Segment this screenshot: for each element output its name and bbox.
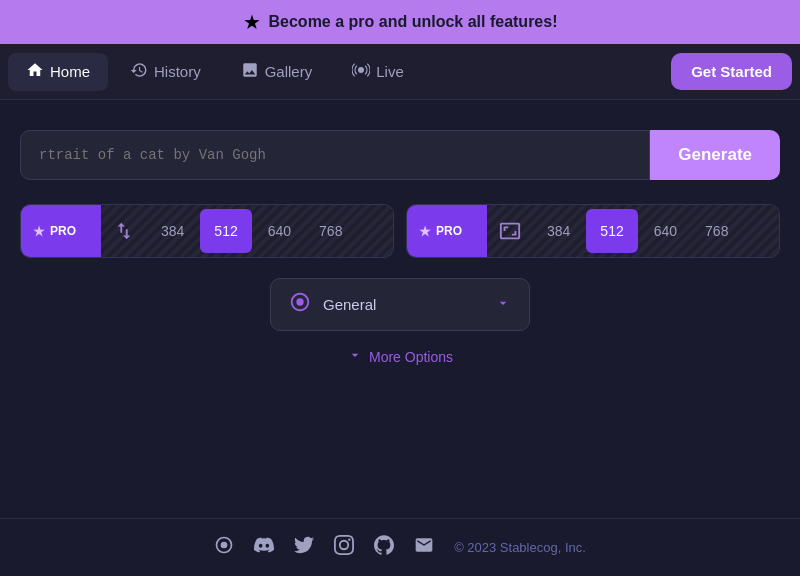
instagram-icon[interactable] bbox=[334, 535, 354, 560]
size-row-inner-2: 384 512 640 768 bbox=[487, 205, 779, 257]
generate-button[interactable]: Generate bbox=[650, 130, 780, 180]
svg-point-1 bbox=[296, 298, 303, 305]
size-btn-384-2[interactable]: 384 bbox=[533, 205, 584, 257]
prompt-input[interactable] bbox=[20, 130, 650, 180]
discord-icon[interactable] bbox=[254, 535, 274, 560]
copyright-text: © 2023 Stablecog, Inc. bbox=[454, 540, 586, 555]
size-row-1: ★ PRO 384 512 640 768 bbox=[20, 204, 394, 258]
chevron-down-more-icon bbox=[347, 347, 363, 366]
pro-label-1: PRO bbox=[50, 224, 76, 238]
chevron-down-icon bbox=[495, 295, 511, 314]
promo-text: Become a pro and unlock all features! bbox=[269, 13, 558, 31]
nav-label-live: Live bbox=[376, 63, 404, 80]
size-btn-512-1[interactable]: 512 bbox=[200, 209, 251, 253]
gallery-icon bbox=[241, 61, 259, 83]
svg-point-0 bbox=[358, 67, 364, 73]
promo-banner[interactable]: ★ Become a pro and unlock all features! bbox=[0, 0, 800, 44]
size-btn-768-2[interactable]: 768 bbox=[691, 205, 742, 257]
mail-icon[interactable] bbox=[414, 535, 434, 560]
history-icon bbox=[130, 61, 148, 83]
star-icon: ★ bbox=[243, 10, 261, 34]
model-label: General bbox=[323, 296, 483, 313]
pro-label-2: PRO bbox=[436, 224, 462, 238]
pro-badge-2: ★ PRO bbox=[407, 205, 487, 257]
nav-item-home[interactable]: Home bbox=[8, 53, 108, 91]
swap-icon bbox=[113, 220, 135, 242]
nav-item-history[interactable]: History bbox=[112, 53, 219, 91]
twitter-icon[interactable] bbox=[294, 535, 314, 560]
model-svg-icon bbox=[289, 291, 311, 313]
nav-item-live[interactable]: Live bbox=[334, 53, 422, 91]
live-icon bbox=[352, 61, 370, 83]
size-row-inner-1: 384 512 640 768 bbox=[101, 205, 393, 257]
size-btn-640-2[interactable]: 640 bbox=[640, 205, 691, 257]
github-icon[interactable] bbox=[374, 535, 394, 560]
prompt-container: Generate bbox=[20, 130, 780, 180]
stablecog-icon[interactable] bbox=[214, 535, 234, 560]
main-content: Generate ★ PRO 384 512 640 768 bbox=[0, 100, 800, 416]
size-btn-768-1[interactable]: 768 bbox=[305, 205, 356, 257]
model-dropdown[interactable]: General bbox=[270, 278, 530, 331]
pro-star-icon-2: ★ bbox=[419, 224, 431, 239]
resize-icon-area bbox=[487, 205, 533, 257]
nav-label-history: History bbox=[154, 63, 201, 80]
nav-label-home: Home bbox=[50, 63, 90, 80]
navbar: Home History Gallery Live Get Started bbox=[0, 44, 800, 100]
get-started-button[interactable]: Get Started bbox=[671, 53, 792, 90]
home-icon bbox=[26, 61, 44, 83]
size-row-2: ★ PRO 384 512 640 768 bbox=[406, 204, 780, 258]
more-options[interactable]: More Options bbox=[347, 347, 453, 366]
footer: © 2023 Stablecog, Inc. bbox=[0, 518, 800, 576]
size-btn-640-1[interactable]: 640 bbox=[254, 205, 305, 257]
nav-items: Home History Gallery Live bbox=[8, 53, 671, 91]
nav-label-gallery: Gallery bbox=[265, 63, 313, 80]
size-btn-384-1[interactable]: 384 bbox=[147, 205, 198, 257]
nav-item-gallery[interactable]: Gallery bbox=[223, 53, 331, 91]
model-icon bbox=[289, 291, 311, 318]
more-options-label: More Options bbox=[369, 349, 453, 365]
resize-icon bbox=[499, 220, 521, 242]
swap-icon-area bbox=[101, 205, 147, 257]
size-btn-512-2[interactable]: 512 bbox=[586, 209, 637, 253]
pro-star-icon-1: ★ bbox=[33, 224, 45, 239]
size-rows: ★ PRO 384 512 640 768 ★ PRO bbox=[20, 204, 780, 258]
pro-badge-1: ★ PRO bbox=[21, 205, 101, 257]
